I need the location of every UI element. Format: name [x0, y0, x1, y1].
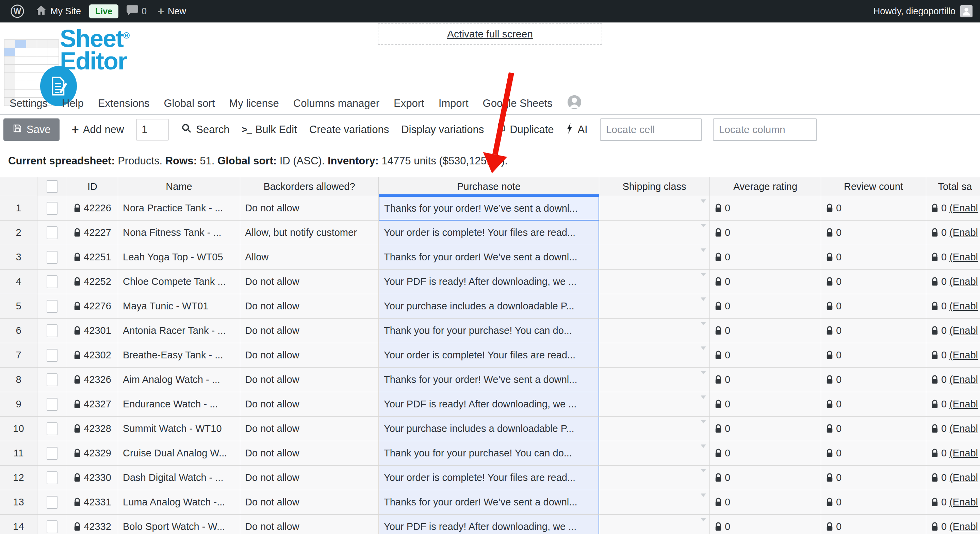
- shipping-class-cell[interactable]: [599, 245, 710, 269]
- select-all-cell[interactable]: [37, 177, 67, 196]
- row-checkbox-cell[interactable]: [37, 368, 67, 392]
- backorders-cell[interactable]: Do not allow: [240, 417, 379, 441]
- ai-button[interactable]: AI: [566, 123, 587, 137]
- comments-link[interactable]: 0: [124, 5, 150, 18]
- row-checkbox-cell[interactable]: [37, 515, 67, 534]
- shipping-class-cell[interactable]: [599, 490, 710, 515]
- user-avatar[interactable]: [960, 5, 972, 18]
- profile-avatar-icon[interactable]: [567, 95, 582, 112]
- name-cell[interactable]: Maya Tunic - WT01: [118, 294, 240, 319]
- enable-link[interactable]: (Enabl: [950, 202, 978, 214]
- live-badge[interactable]: Live: [89, 5, 118, 18]
- row-checkbox-cell[interactable]: [37, 441, 67, 465]
- menu-google-sheets[interactable]: Google Sheets: [483, 97, 553, 110]
- row-checkbox[interactable]: [47, 275, 57, 288]
- name-cell[interactable]: Nora Practice Tank - ...: [118, 196, 240, 220]
- shipping-class-cell[interactable]: [599, 465, 710, 490]
- shipping-class-cell[interactable]: [599, 417, 710, 441]
- row-checkbox-cell[interactable]: [37, 220, 67, 245]
- purchase-note-cell[interactable]: Thanks for your order! We’ve sent a down…: [379, 490, 599, 515]
- my-site-link[interactable]: My Site: [33, 5, 84, 18]
- purchase-note-cell[interactable]: Your order is complete! Your files are r…: [379, 220, 599, 245]
- row-checkbox[interactable]: [47, 349, 57, 362]
- backorders-cell[interactable]: Do not allow: [240, 196, 379, 220]
- shipping-class-cell[interactable]: [599, 294, 710, 319]
- add-new-count-input[interactable]: [136, 119, 169, 140]
- shipping-class-cell[interactable]: [599, 515, 710, 534]
- purchase-note-cell[interactable]: Your PDF is ready! After downloading, we…: [379, 269, 599, 294]
- name-cell[interactable]: Antonia Racer Tank - ...: [118, 319, 240, 343]
- add-new-button[interactable]: + Add new: [72, 123, 124, 137]
- row-checkbox[interactable]: [47, 300, 57, 313]
- row-checkbox[interactable]: [47, 373, 57, 386]
- row-checkbox[interactable]: [47, 226, 57, 239]
- enable-link[interactable]: (Enabl: [950, 227, 978, 238]
- shipping-class-cell[interactable]: [599, 343, 710, 368]
- row-checkbox-cell[interactable]: [37, 417, 67, 441]
- header-id[interactable]: ID: [67, 177, 118, 196]
- purchase-note-cell[interactable]: Thanks for your order! We’ve sent a down…: [379, 245, 599, 269]
- backorders-cell[interactable]: Do not allow: [240, 294, 379, 319]
- shipping-class-cell[interactable]: [599, 368, 710, 392]
- shipping-class-cell[interactable]: [599, 220, 710, 245]
- row-checkbox-cell[interactable]: [37, 269, 67, 294]
- enable-link[interactable]: (Enabl: [950, 472, 978, 483]
- purchase-note-cell[interactable]: Your PDF is ready! After downloading, we…: [379, 392, 599, 417]
- name-cell[interactable]: Luma Analog Watch -...: [118, 490, 240, 515]
- purchase-note-cell[interactable]: Your PDF is ready! After downloading, we…: [379, 515, 599, 534]
- row-checkbox-cell[interactable]: [37, 294, 67, 319]
- menu-export[interactable]: Export: [394, 97, 424, 110]
- shipping-class-cell[interactable]: [599, 392, 710, 417]
- row-checkbox[interactable]: [47, 398, 57, 411]
- row-checkbox[interactable]: [47, 471, 57, 484]
- enable-link[interactable]: (Enabl: [950, 374, 978, 385]
- header-review-count[interactable]: Review count: [821, 177, 926, 196]
- backorders-cell[interactable]: Do not allow: [240, 319, 379, 343]
- header-purchase-note[interactable]: Purchase note: [379, 177, 599, 196]
- purchase-note-cell[interactable]: Thanks for your order! We’ve sent a down…: [379, 196, 599, 220]
- wordpress-logo-icon[interactable]: W: [8, 4, 27, 18]
- name-cell[interactable]: Aim Analog Watch - ...: [118, 368, 240, 392]
- backorders-cell[interactable]: Do not allow: [240, 343, 379, 368]
- row-checkbox-cell[interactable]: [37, 490, 67, 515]
- menu-settings[interactable]: Settings: [10, 97, 48, 110]
- purchase-note-cell[interactable]: Your purchase includes a downloadable P.…: [379, 294, 599, 319]
- row-checkbox-cell[interactable]: [37, 392, 67, 417]
- row-checkbox-cell[interactable]: [37, 319, 67, 343]
- menu-extensions[interactable]: Extensions: [98, 97, 150, 110]
- header-average-rating[interactable]: Average rating: [710, 177, 821, 196]
- header-shipping-class[interactable]: Shipping class: [599, 177, 710, 196]
- row-checkbox[interactable]: [47, 447, 57, 460]
- row-checkbox-cell[interactable]: [37, 465, 67, 490]
- row-checkbox-cell[interactable]: [37, 196, 67, 220]
- save-button[interactable]: Save: [3, 118, 60, 141]
- search-button[interactable]: Search: [181, 123, 229, 137]
- name-cell[interactable]: Breathe-Easy Tank - ...: [118, 343, 240, 368]
- name-cell[interactable]: Summit Watch - WT10: [118, 417, 240, 441]
- locate-column-input[interactable]: [713, 118, 817, 141]
- backorders-cell[interactable]: Allow, but notify customer: [240, 220, 379, 245]
- enable-link[interactable]: (Enabl: [950, 521, 978, 532]
- name-cell[interactable]: Endurance Watch - ...: [118, 392, 240, 417]
- enable-link[interactable]: (Enabl: [950, 301, 978, 312]
- row-checkbox[interactable]: [47, 422, 57, 435]
- row-checkbox[interactable]: [47, 251, 57, 264]
- name-cell[interactable]: Leah Yoga Top - WT05: [118, 245, 240, 269]
- create-variations-button[interactable]: Create variations: [309, 124, 389, 136]
- shipping-class-cell[interactable]: [599, 319, 710, 343]
- enable-link[interactable]: (Enabl: [950, 325, 978, 336]
- backorders-cell[interactable]: Do not allow: [240, 269, 379, 294]
- select-all-checkbox[interactable]: [47, 180, 57, 193]
- row-checkbox[interactable]: [47, 496, 57, 509]
- backorders-cell[interactable]: Do not allow: [240, 465, 379, 490]
- backorders-cell[interactable]: Do not allow: [240, 368, 379, 392]
- menu-my-license[interactable]: My license: [229, 97, 279, 110]
- backorders-cell[interactable]: Allow: [240, 245, 379, 269]
- name-cell[interactable]: Cruise Dual Analog W...: [118, 441, 240, 465]
- purchase-note-cell[interactable]: Your order is complete! Your files are r…: [379, 343, 599, 368]
- backorders-cell[interactable]: Do not allow: [240, 515, 379, 534]
- enable-link[interactable]: (Enabl: [950, 276, 978, 287]
- name-cell[interactable]: Nona Fitness Tank - ...: [118, 220, 240, 245]
- purchase-note-cell[interactable]: Your purchase includes a downloadable P.…: [379, 417, 599, 441]
- purchase-note-cell[interactable]: Thank you for your purchase! You can do.…: [379, 319, 599, 343]
